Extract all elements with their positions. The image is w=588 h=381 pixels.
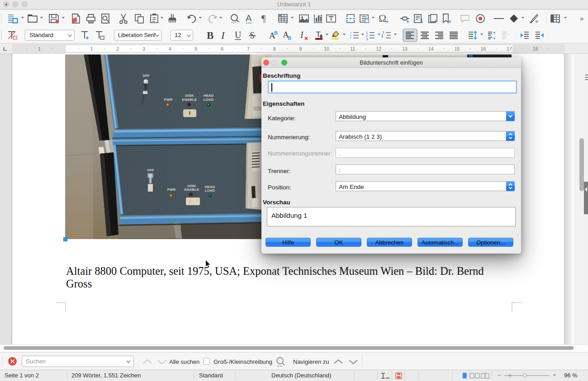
svg-text:14: 14 (428, 46, 434, 52)
svg-text:18: 18 (533, 46, 538, 52)
svg-text:3: 3 (366, 37, 368, 41)
svg-text:15: 15 (455, 46, 460, 52)
svg-text:7: 7 (247, 46, 250, 52)
svg-text:9: 9 (299, 46, 302, 52)
svg-text:I: I (221, 30, 225, 41)
svg-text:10: 10 (324, 46, 329, 52)
svg-text:B: B (207, 30, 213, 41)
svg-text:17: 17 (507, 46, 512, 52)
svg-text:¶: ¶ (261, 13, 266, 24)
svg-text:+: + (385, 19, 389, 25)
svg-text:LOAD: LOAD (205, 188, 215, 193)
svg-text:8: 8 (273, 46, 276, 52)
svg-text:1: 1 (38, 46, 41, 52)
svg-text:+: + (557, 19, 560, 25)
svg-text:1: 1 (90, 46, 93, 52)
svg-text:i: i (435, 19, 436, 24)
svg-text:LOAD: LOAD (204, 98, 214, 102)
svg-text:11: 11 (350, 46, 355, 52)
svg-text:ENABLE: ENABLE (182, 98, 198, 102)
svg-text:S: S (250, 30, 255, 40)
svg-text:B: B (288, 35, 291, 41)
svg-text:13: 13 (402, 46, 408, 52)
svg-text:1: 1 (420, 18, 423, 24)
svg-text:OFF: OFF (142, 74, 150, 78)
svg-text:ENABLE: ENABLE (185, 188, 200, 192)
svg-text:5: 5 (195, 46, 198, 52)
svg-text:OFF: OFF (147, 168, 154, 172)
svg-text:I: I (300, 30, 304, 40)
svg-text:3: 3 (142, 46, 145, 52)
svg-text:2: 2 (116, 46, 119, 52)
svg-text:6: 6 (221, 46, 223, 52)
svg-text:+: + (306, 19, 308, 24)
svg-text:PWR: PWR (164, 98, 173, 102)
svg-text:16: 16 (480, 46, 486, 52)
svg-text:A: A (246, 13, 252, 23)
svg-text:B: B (274, 30, 278, 36)
svg-text:+: + (448, 19, 451, 25)
svg-text:U: U (235, 30, 242, 40)
svg-text:»: » (580, 14, 583, 22)
svg-text:+: + (406, 19, 409, 25)
svg-text:+: + (535, 19, 538, 25)
svg-text:T: T (316, 30, 321, 39)
svg-text:12: 12 (376, 46, 382, 52)
svg-text:4: 4 (169, 46, 171, 52)
svg-text:+: + (285, 19, 288, 26)
svg-text:+: + (320, 13, 322, 18)
svg-text:PWR: PWR (167, 188, 176, 192)
